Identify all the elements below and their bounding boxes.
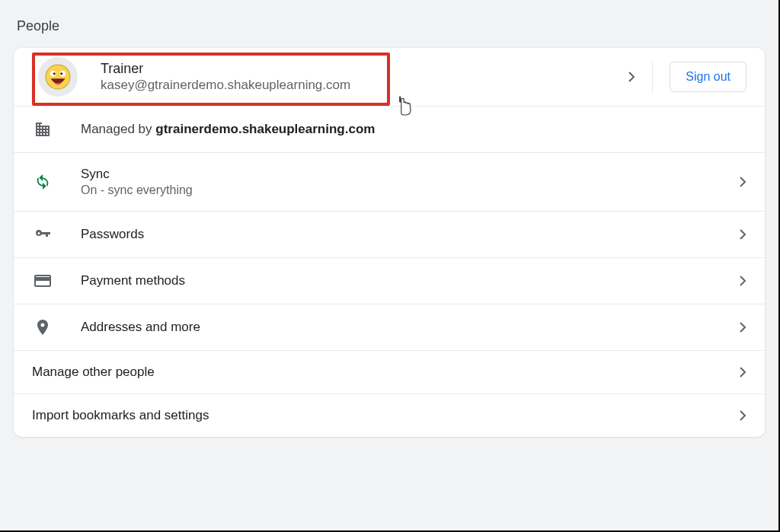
domain-icon	[34, 120, 52, 139]
sync-title: Sync	[81, 167, 730, 182]
section-title: People	[17, 18, 762, 34]
people-card: Trainer kasey@gtrainerdemo.shakeuplearni…	[14, 48, 765, 437]
profile-row[interactable]: Trainer kasey@gtrainerdemo.shakeuplearni…	[14, 48, 765, 107]
addresses-label: Addresses and more	[81, 320, 730, 335]
manage-people-label: Manage other people	[32, 365, 730, 380]
separator	[652, 60, 653, 94]
credit-card-icon	[34, 272, 52, 290]
key-icon	[34, 225, 52, 244]
manage-people-row[interactable]: Manage other people	[14, 351, 765, 394]
profile-name: Trainer	[101, 61, 619, 77]
payment-label: Payment methods	[81, 273, 730, 288]
chevron-right-icon	[739, 322, 746, 333]
awesome-face-icon	[45, 64, 71, 90]
avatar	[38, 57, 78, 97]
chevron-right-icon	[739, 367, 746, 377]
chevron-right-icon	[739, 177, 746, 187]
sync-status: On - sync everything	[81, 183, 730, 197]
chevron-right-icon	[739, 276, 746, 286]
svg-rect-5	[399, 97, 401, 103]
sign-out-button[interactable]: Sign out	[670, 62, 746, 92]
svg-point-4	[60, 72, 62, 75]
passwords-row[interactable]: Passwords	[14, 212, 765, 258]
import-bookmarks-row[interactable]: Import bookmarks and settings	[14, 394, 765, 437]
payment-methods-row[interactable]: Payment methods	[14, 258, 765, 304]
profile-email: kasey@gtrainerdemo.shakeuplearning.com	[101, 78, 619, 93]
svg-point-0	[46, 65, 70, 89]
svg-rect-6	[35, 278, 50, 280]
chevron-right-icon[interactable]	[628, 72, 635, 82]
managed-by-row: Managed by gtrainerdemo.shakeuplearning.…	[14, 107, 765, 153]
location-icon	[34, 318, 52, 336]
sync-row[interactable]: Sync On - sync everything	[14, 153, 765, 212]
sync-icon	[34, 174, 51, 190]
chevron-right-icon	[739, 410, 746, 421]
passwords-label: Passwords	[81, 227, 730, 242]
chevron-right-icon	[739, 229, 746, 240]
managed-by-text: Managed by gtrainerdemo.shakeuplearning.…	[81, 122, 746, 137]
import-label: Import bookmarks and settings	[32, 408, 730, 423]
svg-point-2	[53, 72, 56, 75]
addresses-row[interactable]: Addresses and more	[14, 304, 765, 351]
